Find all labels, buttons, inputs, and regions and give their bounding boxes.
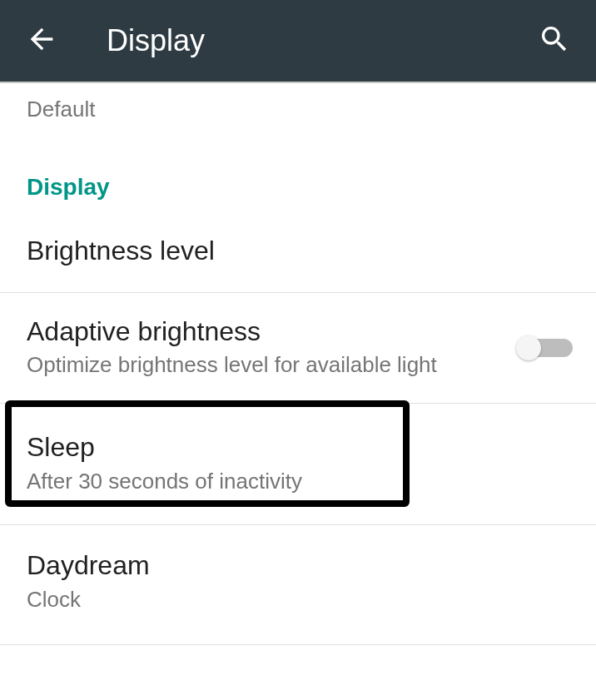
divider (0, 644, 596, 645)
section-header-display: Display (0, 147, 596, 211)
setting-item-brightness[interactable]: Brightness level (0, 211, 596, 292)
search-icon (538, 22, 571, 59)
setting-title: Adaptive brightness (27, 315, 503, 350)
page-title: Display (107, 23, 536, 58)
setting-item-daydream[interactable]: Daydream Clock (0, 525, 596, 644)
app-bar: Display (0, 0, 596, 83)
setting-subtitle: Clock (27, 585, 503, 614)
arrow-back-icon (25, 22, 58, 59)
adaptive-brightness-toggle[interactable] (516, 335, 573, 360)
back-button[interactable] (23, 22, 60, 59)
setting-subtitle: Optimize brightness level for available … (27, 350, 503, 380)
search-button[interactable] (536, 22, 573, 59)
setting-item-adaptive-brightness[interactable]: Adaptive brightness Optimize brightness … (0, 293, 596, 404)
setting-subtitle: Default (27, 97, 569, 122)
setting-title: Sleep (27, 430, 503, 465)
setting-title: Brightness level (27, 234, 503, 269)
setting-subtitle: After 30 seconds of inactivity (27, 467, 503, 496)
toggle-thumb (516, 335, 541, 360)
setting-title: Daydream (27, 549, 503, 583)
settings-list: Default Display Brightness level Adaptiv… (0, 83, 596, 645)
setting-item-sleep[interactable]: Sleep After 30 seconds of inactivity (0, 404, 596, 524)
setting-item-partial[interactable]: Default (0, 83, 596, 147)
